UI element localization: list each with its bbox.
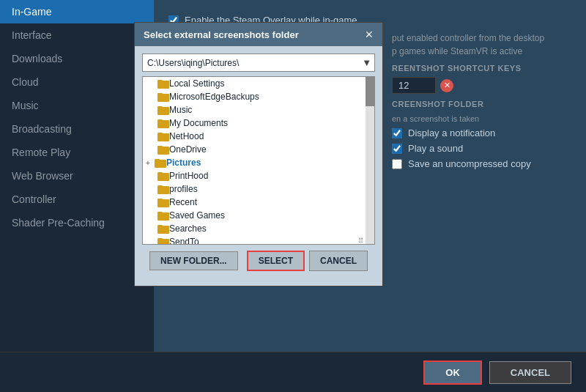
controller-text1: put enabled controller from the desktop	[392, 33, 575, 43]
svg-rect-7	[157, 119, 163, 122]
folder-name: MicrosoftEdgeBackups	[169, 92, 259, 102]
sidebar-item-controller[interactable]: Controller	[0, 188, 154, 211]
dialog-cancel-button[interactable]: CANCEL	[309, 251, 368, 271]
dialog-action-buttons: SELECT CANCEL	[247, 251, 368, 271]
folder-icon	[157, 78, 169, 89]
svg-rect-21	[157, 212, 163, 214]
folder-icon	[157, 237, 169, 245]
display-notification-row: Display a notification	[392, 127, 575, 138]
list-item[interactable]: Searches	[143, 222, 374, 235]
folder-icon	[157, 131, 169, 141]
folder-icon	[155, 158, 166, 168]
dialog-close-button[interactable]: ✕	[365, 29, 374, 40]
cancel-button[interactable]: CANCEL	[489, 361, 571, 384]
svg-rect-23	[157, 225, 163, 227]
ok-button[interactable]: OK	[423, 360, 482, 385]
sidebar-item-shaderprecaching[interactable]: Shader Pre-Caching	[0, 211, 154, 234]
folder-name: Local Settings	[169, 78, 224, 89]
new-folder-button[interactable]: NEW FOLDER...	[149, 251, 238, 270]
svg-rect-15	[157, 172, 163, 174]
folder-name: Pictures	[166, 158, 201, 168]
sidebar-item-interface[interactable]: Interface	[0, 23, 154, 47]
list-item[interactable]: NetHood	[143, 130, 374, 143]
folder-name: profiles	[169, 184, 198, 194]
shortcut-label: reentshot shortcut keys	[392, 64, 575, 73]
folder-name: SendTo	[169, 237, 199, 245]
folder-icon	[157, 171, 169, 181]
sidebar-item-cloud[interactable]: Cloud	[0, 70, 154, 94]
play-sound-label: Play a sound	[408, 143, 463, 154]
folder-icon	[157, 210, 169, 221]
folder-icon	[157, 223, 169, 234]
select-button[interactable]: SELECT	[247, 251, 305, 271]
sidebar-item-downloads[interactable]: Downloads	[0, 47, 154, 70]
display-notification-checkbox[interactable]	[392, 128, 402, 138]
shortcut-clear-button[interactable]: ✕	[440, 79, 453, 92]
svg-rect-13	[155, 159, 160, 161]
controller-text2: p games while SteamVR is active	[392, 46, 575, 56]
screenshot-section: CREENSHOT FOLDER en a screenshot is take…	[392, 100, 575, 169]
folder-icon	[157, 197, 169, 207]
list-item[interactable]: Recent	[143, 196, 374, 209]
svg-rect-11	[157, 146, 163, 148]
expand-icon: +	[146, 159, 153, 167]
scrollbar-track[interactable]	[366, 77, 374, 244]
screenshot-section-title: CREENSHOT FOLDER	[392, 100, 575, 108]
svg-rect-19	[157, 199, 163, 201]
play-sound-checkbox[interactable]	[392, 144, 402, 154]
folder-icon	[157, 105, 169, 115]
folder-name: Recent	[169, 197, 197, 207]
bottom-bar: OK CANCEL	[0, 352, 586, 392]
svg-rect-1	[157, 80, 163, 82]
list-item[interactable]: MicrosoftEdgeBackups	[143, 90, 374, 103]
list-item[interactable]: OneDrive	[143, 143, 374, 156]
path-dropdown-icon[interactable]: ▼	[359, 54, 374, 71]
file-list-container: Local Settings MicrosoftEdgeBackups Musi…	[142, 76, 375, 245]
list-item[interactable]: Saved Games	[143, 209, 374, 222]
path-input[interactable]	[143, 55, 359, 71]
sidebar-item-ingame[interactable]: In-Game	[0, 0, 154, 23]
resize-handle-icon: ⠿	[358, 237, 366, 244]
file-list: Local Settings MicrosoftEdgeBackups Musi…	[143, 77, 374, 245]
sidebar-item-webbrowser[interactable]: Web Browser	[0, 164, 154, 188]
folder-icon	[157, 144, 169, 155]
right-panel: put enabled controller from the desktop …	[381, 0, 586, 352]
folder-name: Music	[169, 105, 192, 115]
folder-name: OneDrive	[169, 144, 207, 155]
svg-rect-5	[157, 106, 163, 108]
list-item[interactable]: + Pictures	[143, 156, 374, 169]
save-uncompressed-row: Save an uncompressed copy	[392, 158, 575, 169]
list-item[interactable]: PrintHood	[143, 169, 374, 182]
sidebar: In-Game Interface Downloads Cloud Music …	[0, 0, 154, 392]
dialog-title: Select external screenshots folder	[144, 29, 299, 40]
sidebar-item-remoteplay[interactable]: Remote Play	[0, 141, 154, 164]
folder-name: PrintHood	[169, 171, 208, 181]
svg-rect-9	[157, 133, 163, 135]
list-item[interactable]: SendTo	[143, 235, 374, 245]
folder-icon	[157, 184, 169, 194]
save-uncompressed-checkbox[interactable]	[392, 159, 402, 169]
list-item[interactable]: My Documents	[143, 117, 374, 130]
shortcut-row: 12 ✕	[392, 77, 575, 94]
dialog-footer: NEW FOLDER... SELECT CANCEL	[142, 245, 375, 278]
folder-icon	[157, 118, 169, 128]
list-item[interactable]: profiles	[143, 182, 374, 196]
svg-rect-3	[157, 93, 163, 95]
dialog-title-bar: Select external screenshots folder ✕	[135, 23, 382, 46]
sidebar-item-broadcasting[interactable]: Broadcasting	[0, 117, 154, 141]
scrollbar-thumb[interactable]	[366, 77, 374, 106]
folder-name: Searches	[169, 223, 207, 234]
folder-name: My Documents	[169, 118, 228, 128]
folder-select-dialog: Select external screenshots folder ✕ ▼ L…	[134, 22, 383, 286]
folder-name: Saved Games	[169, 210, 225, 221]
when-taken-label: en a screenshot is taken	[392, 114, 575, 123]
path-bar: ▼	[142, 53, 375, 72]
list-item[interactable]: Local Settings	[143, 77, 374, 90]
save-uncompressed-label: Save an uncompressed copy	[408, 158, 531, 169]
shortcut-input[interactable]: 12	[392, 77, 436, 94]
svg-rect-17	[157, 185, 163, 188]
folder-name: NetHood	[169, 131, 204, 141]
display-notification-label: Display a notification	[408, 127, 495, 138]
list-item[interactable]: Music	[143, 103, 374, 117]
sidebar-item-music[interactable]: Music	[0, 94, 154, 117]
